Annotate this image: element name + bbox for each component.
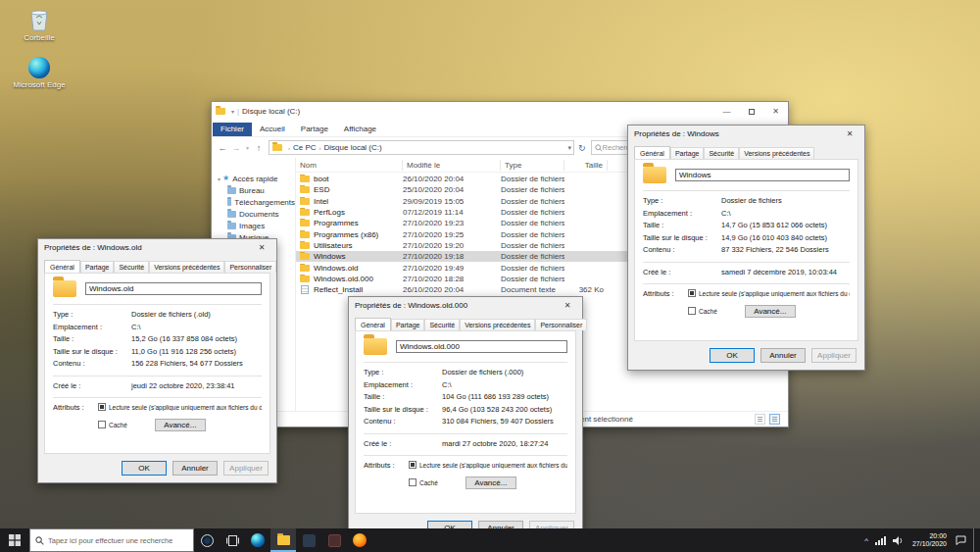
properties-dialog-windows: Propriétés de : Windows ✕ Général Partag… <box>627 125 865 371</box>
app-icon <box>328 534 341 547</box>
taskbar-app-firefox[interactable] <box>347 528 372 552</box>
readonly-checkbox[interactable] <box>688 289 696 297</box>
close-icon[interactable]: ✕ <box>559 301 576 310</box>
desktop-icon-recycle-bin[interactable]: Corbeille <box>12 8 67 42</box>
dialog-titlebar[interactable]: Propriétés de : Windows ✕ <box>628 125 864 142</box>
file-explorer-icon <box>277 535 290 545</box>
tab-general[interactable]: Général <box>44 260 80 274</box>
tab-affichage[interactable]: Affichage <box>336 123 384 136</box>
breadcrumb-local-disk[interactable]: Disque local (C:) <box>324 143 382 152</box>
expander-icon[interactable]: ▾ <box>218 176 220 182</box>
taskbar-clock[interactable]: 20:00 27/10/2020 <box>910 532 949 548</box>
close-icon[interactable]: ✕ <box>763 102 788 121</box>
cortana-button[interactable] <box>194 528 220 552</box>
taskbar-app-3[interactable] <box>296 528 321 552</box>
advanced-button[interactable]: Avancé... <box>745 305 796 318</box>
folder-name-input[interactable] <box>85 282 262 295</box>
apply-button[interactable]: Appliquer <box>811 348 857 363</box>
tab-partage[interactable]: Partage <box>80 261 115 273</box>
view-details-icon[interactable] <box>755 414 765 425</box>
folder-icon <box>300 265 310 272</box>
tab-accueil[interactable]: Accueil <box>252 123 293 136</box>
up-icon[interactable]: ↑ <box>252 143 266 153</box>
created-value: mardi 27 octobre 2020, 18:27:24 <box>442 439 567 448</box>
dialog-titlebar[interactable]: Propriétés de : Windows.old.000 ✕ <box>349 297 582 314</box>
sidebar-item-pictures[interactable]: Images <box>212 220 295 231</box>
tab-partage[interactable]: Partage <box>670 147 705 159</box>
tab-general[interactable]: Général <box>355 318 391 331</box>
minimize-icon[interactable]: — <box>714 102 739 121</box>
explorer-titlebar[interactable]: ▾ | Disque local (C:) <box>212 102 788 121</box>
folder-icon <box>300 242 310 249</box>
folder-icon <box>53 280 76 297</box>
star-icon: ★ <box>222 175 229 182</box>
tray-chevron-icon[interactable]: ^ <box>864 536 868 545</box>
taskbar-app-explorer[interactable] <box>270 528 296 552</box>
forward-icon[interactable]: → <box>229 143 243 153</box>
tab-versions-precedentes[interactable]: Versions précédentes <box>460 319 535 330</box>
refresh-icon[interactable]: ↻ <box>578 143 586 153</box>
tab-versions-precedentes[interactable]: Versions précédentes <box>739 147 814 159</box>
close-icon[interactable]: ✕ <box>841 129 858 138</box>
sidebar-item-documents[interactable]: Documents <box>212 208 295 220</box>
taskbar-search-input[interactable]: Tapez ici pour effectuer une recherche <box>29 528 194 552</box>
tab-securite[interactable]: Sécurité <box>424 319 460 330</box>
ok-button[interactable]: OK <box>122 461 167 476</box>
tab-fichier[interactable]: Fichier <box>213 123 252 136</box>
cancel-button[interactable]: Annuler <box>760 348 806 363</box>
properties-dialog-windows-old-000: Propriétés de : Windows.old.000 ✕ Généra… <box>348 296 583 543</box>
tab-versions-precedentes[interactable]: Versions précédentes <box>149 261 224 273</box>
close-icon[interactable]: ✕ <box>253 243 270 252</box>
ok-button[interactable]: OK <box>710 348 755 363</box>
address-dropdown-icon[interactable]: ▾ <box>567 144 571 152</box>
readonly-checkbox[interactable] <box>98 403 106 411</box>
view-thumbnails-icon[interactable] <box>769 414 780 425</box>
tab-partage[interactable]: Partage <box>391 319 425 330</box>
start-button[interactable] <box>0 528 29 552</box>
back-icon[interactable]: ← <box>216 143 229 153</box>
tab-general[interactable]: Général <box>634 146 670 160</box>
hidden-checkbox[interactable] <box>98 421 106 428</box>
tab-personnaliser[interactable]: Personnaliser <box>535 319 587 330</box>
tab-securite[interactable]: Sécurité <box>704 147 739 159</box>
maximize-icon[interactable] <box>739 102 763 121</box>
network-icon[interactable] <box>875 536 886 545</box>
readonly-checkbox[interactable] <box>409 461 416 469</box>
taskbar-app-edge[interactable] <box>245 528 270 552</box>
tab-personnaliser[interactable]: Personnaliser <box>224 261 276 273</box>
volume-icon[interactable] <box>893 536 904 545</box>
tab-securite[interactable]: Sécurité <box>114 261 149 273</box>
tab-partage[interactable]: Partage <box>293 123 336 136</box>
desktop-icon-edge[interactable]: Microsoft Edge <box>12 57 67 89</box>
taskbar-app-4[interactable] <box>321 528 347 552</box>
cancel-button[interactable]: Annuler <box>172 461 218 476</box>
history-chevron-icon[interactable]: ▾ <box>243 144 252 151</box>
content-value: 87 332 Fichiers, 22 546 Dossiers <box>721 245 850 254</box>
notifications-icon[interactable] <box>956 535 966 545</box>
column-header-size[interactable]: Taille <box>564 160 608 171</box>
apply-button[interactable]: Appliquer <box>223 461 269 476</box>
task-view-button[interactable] <box>220 528 245 552</box>
folder-name-input[interactable] <box>396 340 567 353</box>
sidebar-item-quick-access[interactable]: ▾★Accès rapide <box>212 173 295 184</box>
advanced-button[interactable]: Avancé... <box>155 419 206 431</box>
advanced-button[interactable]: Avancé... <box>466 477 516 489</box>
hidden-checkbox[interactable] <box>688 307 696 315</box>
column-header-type[interactable]: Type <box>501 160 564 171</box>
taskbar: Tapez ici pour effectuer une recherche ^… <box>0 528 980 552</box>
column-header-name[interactable]: Nom <box>296 160 403 171</box>
breadcrumb-this-pc[interactable]: Ce PC <box>293 143 317 152</box>
chevron-right-icon: › <box>288 145 290 151</box>
sidebar-item-desktop[interactable]: Bureau <box>212 184 295 196</box>
size-on-disk-value: 11,0 Go (11 916 128 256 octets) <box>131 347 262 356</box>
size-on-disk-value: 14,9 Go (16 010 403 840 octets) <box>721 233 850 242</box>
folder-icon <box>300 220 310 226</box>
hidden-checkbox[interactable] <box>409 478 416 486</box>
dialog-titlebar[interactable]: Propriétés de : Windows.old ✕ <box>38 239 276 256</box>
quick-access-toolbar-chevron-icon[interactable]: ▾ <box>231 108 234 115</box>
column-header-modified[interactable]: Modifié le <box>403 160 501 171</box>
show-desktop-button[interactable] <box>973 528 976 552</box>
address-breadcrumb[interactable]: › Ce PC › Disque local (C:) ▾ <box>269 140 574 155</box>
folder-name-input[interactable] <box>675 169 850 181</box>
sidebar-item-downloads[interactable]: Téléchargements <box>212 196 295 208</box>
